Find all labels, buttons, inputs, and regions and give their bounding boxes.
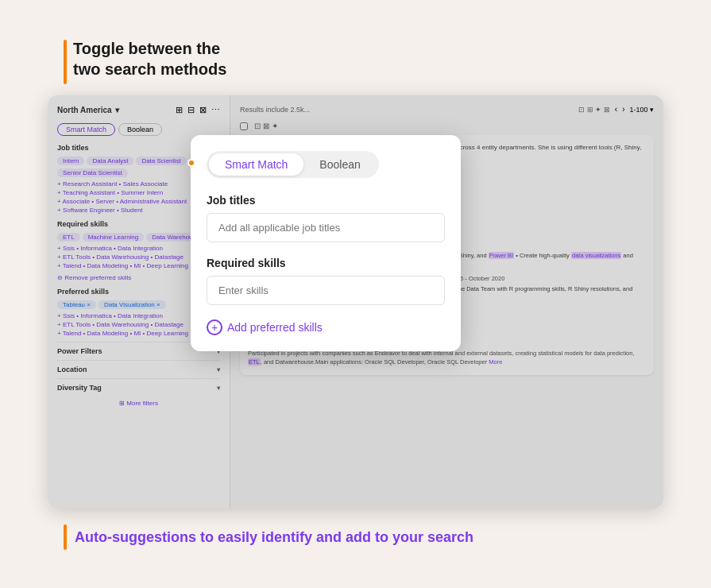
annotation-text: Toggle between the two search methods [73,38,226,79]
add-preferred-label: Add preferred skills [227,321,323,334]
popup-job-titles-input[interactable] [207,213,445,242]
popup-required-skills-label: Required skills [207,257,445,269]
annotation-bar-top [64,40,67,84]
popup-required-skills-input[interactable] [207,276,445,305]
add-preferred-skills-btn[interactable]: + Add preferred skills [207,319,323,335]
popup-tab-smart-match[interactable]: Smart Match [209,153,303,176]
popup-card: Smart Match Boolean Job titles Required … [191,135,461,351]
screenshot-area: North America ▾ ⊞ ⊟ ⊠ ⋯ Smart Match Bool… [48,95,663,509]
popup-job-titles-label: Job titles [207,194,445,207]
top-annotation: Toggle between the two search methods [64,38,226,84]
bottom-annotation: Auto-suggestions to easily identify and … [64,524,647,550]
popup-orange-dot [187,159,195,167]
annotation-bar-bottom [64,524,67,550]
add-preferred-circle-icon: + [207,319,222,335]
popup-tabs: Smart Match Boolean [207,151,379,178]
outer-container: Toggle between the two search methods Au… [24,16,687,572]
bottom-annotation-text: Auto-suggestions to easily identify and … [75,529,473,546]
popup-tab-boolean[interactable]: Boolean [303,153,376,176]
